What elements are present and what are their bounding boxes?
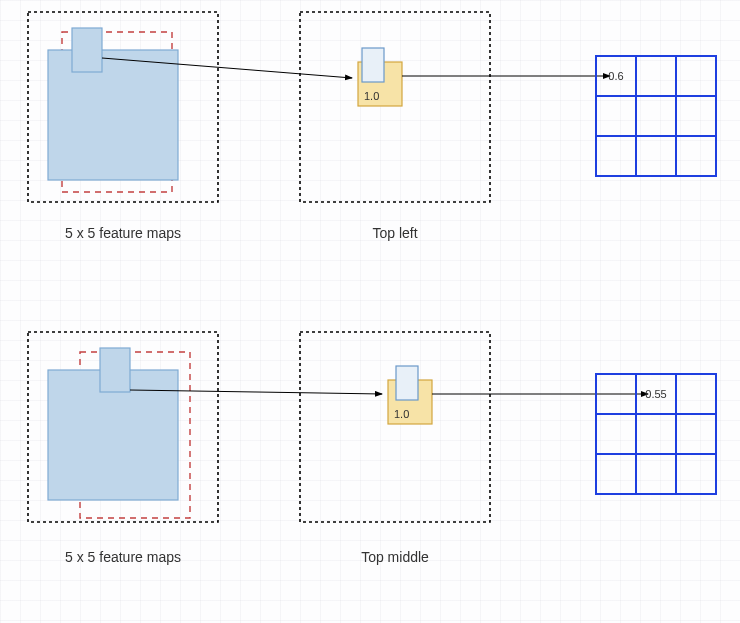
svg-rect-17 — [676, 454, 716, 494]
source-caption-2: 5 x 5 feature maps — [65, 549, 181, 565]
svg-rect-1 — [636, 56, 676, 96]
svg-rect-7 — [636, 136, 676, 176]
svg-rect-2 — [676, 56, 716, 96]
filter-overlay-2 — [396, 366, 418, 400]
row-top-middle: 1.0 0.55 5 x 5 feature maps Top middle — [28, 332, 716, 565]
feature-block-1 — [48, 50, 178, 180]
svg-rect-14 — [676, 414, 716, 454]
output-grid-1: 0.6 — [596, 56, 716, 176]
svg-rect-12 — [596, 414, 636, 454]
svg-rect-8 — [676, 136, 716, 176]
svg-rect-15 — [596, 454, 636, 494]
filter-top-1 — [72, 28, 102, 72]
mid-container-2 — [300, 332, 490, 522]
filter-top-2 — [100, 348, 130, 392]
match-score-2: 1.0 — [394, 408, 409, 420]
diagram-canvas: 1.0 0.6 5 x 5 feature maps Top left — [0, 0, 740, 623]
filter-overlay-1 — [362, 48, 384, 82]
svg-rect-11 — [676, 374, 716, 414]
svg-rect-3 — [596, 96, 636, 136]
svg-rect-4 — [636, 96, 676, 136]
mid-container-1 — [300, 12, 490, 202]
grid-value-2: 0.55 — [645, 388, 666, 400]
mid-caption-1: Top left — [372, 225, 417, 241]
svg-rect-6 — [596, 136, 636, 176]
match-score-1: 1.0 — [364, 90, 379, 102]
svg-rect-16 — [636, 454, 676, 494]
grid-value-1: 0.6 — [608, 70, 623, 82]
svg-rect-13 — [636, 414, 676, 454]
svg-rect-5 — [676, 96, 716, 136]
output-grid-2: 0.55 — [596, 374, 716, 494]
mid-caption-2: Top middle — [361, 549, 429, 565]
row-top-left: 1.0 0.6 5 x 5 feature maps Top left — [28, 12, 716, 241]
source-caption-1: 5 x 5 feature maps — [65, 225, 181, 241]
